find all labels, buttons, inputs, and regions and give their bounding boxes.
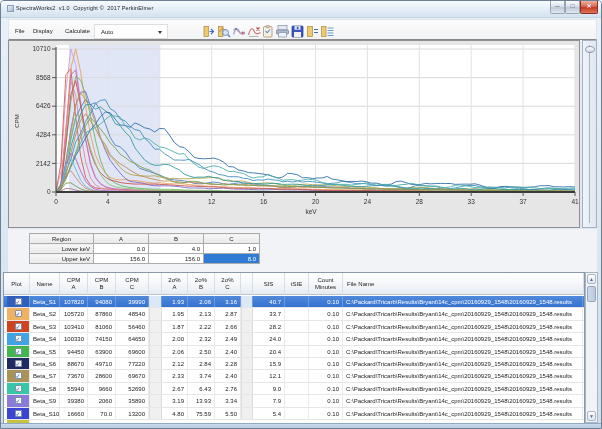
svg-text:4: 4 xyxy=(106,198,110,205)
svg-text:12: 12 xyxy=(208,198,216,205)
svg-text:CPM: CPM xyxy=(14,114,20,127)
svg-text:24: 24 xyxy=(364,198,372,205)
svg-text:6426: 6426 xyxy=(36,102,51,109)
svg-text:8: 8 xyxy=(158,198,162,205)
svg-text:4284: 4284 xyxy=(36,131,51,138)
svg-text:37: 37 xyxy=(519,198,527,205)
svg-text:20: 20 xyxy=(312,198,320,205)
svg-text:8568: 8568 xyxy=(36,74,51,81)
svg-text:41: 41 xyxy=(571,198,579,205)
svg-text:2142: 2142 xyxy=(36,160,51,167)
svg-text:keV: keV xyxy=(305,208,317,215)
svg-text:10710: 10710 xyxy=(32,45,50,52)
svg-text:0: 0 xyxy=(54,198,58,205)
svg-text:33: 33 xyxy=(468,198,476,205)
svg-text:0: 0 xyxy=(47,188,51,195)
svg-text:16: 16 xyxy=(260,198,268,205)
svg-text:28: 28 xyxy=(416,198,424,205)
